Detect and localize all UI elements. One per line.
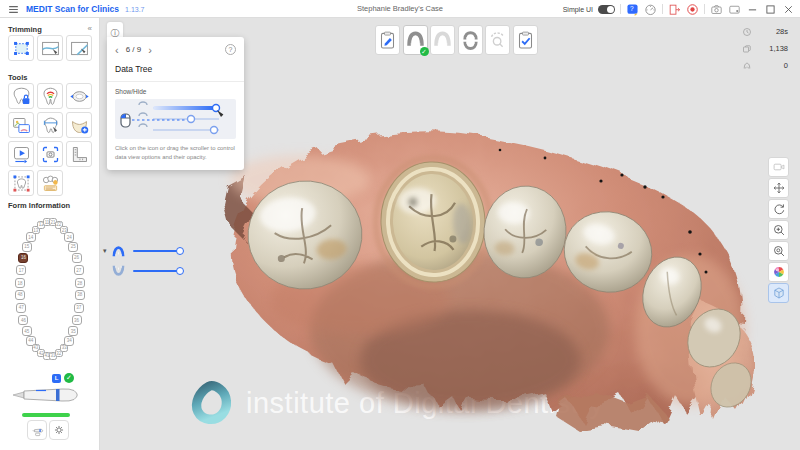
form-stage-button[interactable] — [375, 25, 400, 55]
tooth-27[interactable]: 27 — [74, 265, 84, 275]
gear-icon — [52, 423, 66, 437]
tooth-46[interactable]: 46 — [18, 315, 28, 325]
scanner-connect-button[interactable] — [27, 420, 47, 440]
stage-complete-icon — [515, 30, 536, 51]
angle-ruler-button[interactable] — [66, 141, 92, 167]
tooth-26[interactable]: 26 — [72, 253, 82, 263]
trim-polygon-icon — [11, 38, 32, 59]
info-tab[interactable]: ⓘ — [107, 22, 123, 37]
show-hide-label: Show/Hide — [115, 88, 236, 95]
stage-occlusion-icon — [460, 30, 481, 51]
tooth-25[interactable]: 25 — [68, 242, 78, 252]
minimize-button[interactable] — [746, 3, 759, 16]
tooth-lock-icon — [11, 86, 32, 107]
maxilla-stage-button[interactable]: ✓ — [403, 25, 428, 55]
stage-form-icon — [377, 30, 398, 51]
tooth-24[interactable]: 24 — [64, 232, 74, 242]
tooth-16[interactable]: 16 — [18, 253, 28, 263]
arch-adjust-icon — [69, 86, 90, 107]
close-button[interactable] — [782, 3, 795, 16]
frame-tooth-icon — [11, 173, 32, 194]
zoom-fit-button[interactable] — [768, 241, 789, 261]
prev-page-button[interactable]: ‹ — [115, 45, 119, 55]
camera-icon — [710, 3, 723, 16]
tooth-45[interactable]: 45 — [22, 326, 32, 336]
help-panel-title: Data Tree — [115, 64, 236, 74]
screenshot-button[interactable] — [710, 3, 723, 16]
maximize-button[interactable] — [764, 3, 777, 16]
tooth-18[interactable]: 18 — [15, 278, 25, 288]
trim-polygon-button[interactable] — [8, 35, 34, 61]
stat-arch-count: 0 — [742, 57, 788, 74]
simple-ui-toggle[interactable] — [598, 5, 615, 14]
medit-scan-app: institute of Digital Dentistry — [0, 0, 800, 450]
screen-capture-button[interactable] — [728, 3, 741, 16]
tooth-measure-button[interactable] — [37, 112, 63, 138]
collapse-data-tree-icon[interactable]: ▾ — [103, 247, 107, 277]
view-cube-icon — [772, 286, 786, 300]
title-bar: MEDIT Scan for Clinics 1.13.7 Stephanie … — [0, 0, 800, 18]
maxilla-small-icon[interactable] — [111, 245, 126, 257]
scanner-status: L ✓ — [10, 380, 90, 414]
mandible-opacity-slider[interactable] — [133, 270, 180, 272]
teeth-lock-button[interactable] — [37, 170, 63, 196]
occlusion-analysis-button[interactable] — [37, 83, 63, 109]
tooth-47[interactable]: 47 — [16, 303, 26, 313]
screen-rec-icon — [728, 3, 741, 16]
mandible-opacity-row — [111, 265, 180, 277]
form-information-title: Form Information — [8, 201, 70, 210]
stage-toolbar: ✓ — [375, 25, 538, 55]
view-toolbar — [768, 157, 789, 303]
mandible-stage-button[interactable] — [430, 25, 455, 55]
exit-button[interactable] — [668, 3, 681, 16]
complete-stage-button[interactable] — [513, 25, 538, 55]
view-cube-button[interactable] — [768, 283, 789, 303]
next-page-button[interactable]: › — [148, 45, 152, 55]
tooth-35[interactable]: 35 — [68, 326, 78, 336]
rotate-button[interactable] — [768, 199, 789, 219]
view-pan-icon — [772, 181, 786, 195]
tooth-36[interactable]: 36 — [72, 315, 82, 325]
help-button[interactable]: ? — [626, 3, 639, 16]
mandible-small-icon[interactable] — [111, 265, 126, 277]
svg-text:?: ? — [630, 5, 634, 12]
viewport-capture-button[interactable] — [768, 157, 789, 177]
arch-complete-button[interactable] — [66, 112, 92, 138]
maxilla-opacity-slider[interactable] — [133, 250, 180, 252]
pan-button[interactable] — [768, 178, 789, 198]
tooth-38[interactable]: 38 — [75, 290, 85, 300]
arch-adjust-button[interactable] — [66, 83, 92, 109]
scanner-connected-icon: ✓ — [64, 373, 74, 383]
trim-curve-icon — [40, 38, 61, 59]
scan-align-stage-button[interactable] — [485, 25, 510, 55]
maximize-icon — [764, 3, 777, 16]
tooth-chart: 1817161514131211212223242526272848474645… — [0, 214, 100, 366]
record-icon — [686, 3, 699, 16]
view-rotate-icon — [772, 202, 786, 216]
image-match-button[interactable] — [8, 112, 34, 138]
tooth-17[interactable]: 17 — [16, 265, 26, 275]
trim-curve-button[interactable] — [37, 35, 63, 61]
tooth-28[interactable]: 28 — [75, 278, 85, 288]
replay-button[interactable] — [8, 141, 34, 167]
frame-tooth-button[interactable] — [8, 170, 34, 196]
performance-gauge-button[interactable] — [644, 3, 657, 16]
collapse-sidebar-icon[interactable]: « — [88, 24, 92, 33]
tooth-15[interactable]: 15 — [22, 242, 32, 252]
mandible-opacity-slider-handle[interactable] — [176, 267, 184, 275]
zoom-in-button[interactable] — [768, 220, 789, 240]
color-texture-button[interactable] — [768, 262, 789, 282]
replay-icon — [11, 144, 32, 165]
tooth-37[interactable]: 37 — [74, 303, 84, 313]
maxilla-opacity-slider-handle[interactable] — [176, 247, 184, 255]
separator — [704, 4, 705, 14]
record-button[interactable] — [686, 3, 699, 16]
trim-line-button[interactable] — [66, 35, 92, 61]
help-icon[interactable]: ? — [225, 44, 236, 55]
tooth-lock-button[interactable] — [8, 83, 34, 109]
capture-button[interactable] — [37, 141, 63, 167]
tooth-48[interactable]: 48 — [15, 290, 25, 300]
occlusion-stage-button[interactable] — [458, 25, 483, 55]
scanner-settings-button[interactable] — [49, 420, 69, 440]
tooth-34[interactable]: 34 — [64, 336, 74, 346]
